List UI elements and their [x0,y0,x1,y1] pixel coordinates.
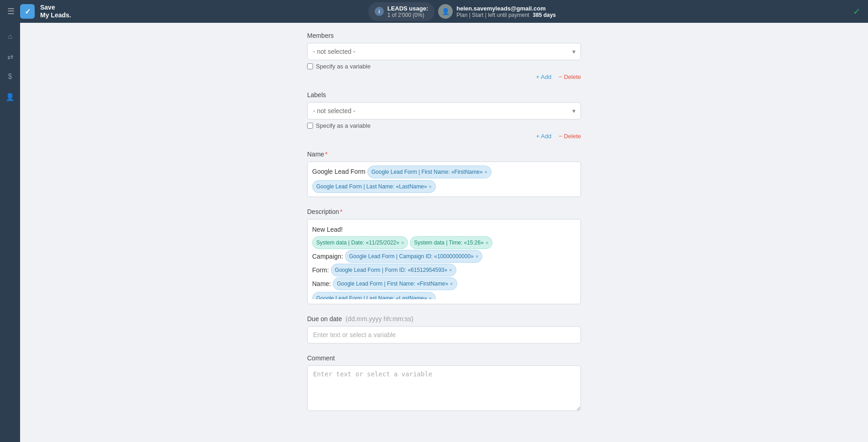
due-on-date-input[interactable] [307,326,581,343]
members-specify-row: Specify as a variable [307,63,581,70]
description-scroll-area: New Lead! System data | Date: «11/25/202… [312,224,576,299]
desc-line-form: Form: Google Lead Form | Form ID: «61512… [312,264,576,276]
members-add-button[interactable]: + Add [536,73,552,80]
due-on-date-hint: (dd.mm.yyyy hh:mm:ss) [345,315,413,322]
desc-tag-campaign-remove[interactable]: × [476,251,478,261]
members-dropdown[interactable]: - not selected - [307,43,581,60]
name-label: Name* [307,151,581,158]
desc-tag-date-remove[interactable]: × [401,238,404,248]
labels-delete-button[interactable]: − Delete [559,133,581,140]
desc-tag-name-last: Google Lead Form | Last Name: «LastName»… [312,292,436,299]
labels-label: Labels [307,91,581,99]
desc-line-datetime: System data | Date: «11/25/2022» × Syste… [312,236,576,249]
description-box[interactable]: New Lead! System data | Date: «11/25/202… [307,219,581,304]
name-tag-firstname: Google Lead Form | First Name: «FirstNam… [367,166,492,178]
name-tag-input[interactable]: Google Lead Form Google Lead Form | Firs… [307,161,581,197]
members-action-row: + Add − Delete [307,73,581,80]
desc-name-prefix: Name: [312,278,331,290]
description-label: Description* [307,208,581,215]
top-check-icon: ✓ [853,6,861,17]
labels-action-row: + Add − Delete [307,133,581,140]
leads-usage-badge: i LEADS usage: 1 of 2'000 (0%) [368,2,435,21]
desc-tag-time: System data | Time: «15:26» × [410,236,492,249]
sidebar-item-billing[interactable]: $ [2,68,18,85]
due-on-date-label: Due on date (dd.mm.yyyy hh:mm:ss) [307,315,581,322]
user-avatar: 👤 [438,4,453,19]
members-delete-button[interactable]: − Delete [559,73,581,80]
user-info: helen.savemyleads@gmail.com Plan | Start… [456,5,556,18]
labels-dropdown-wrapper: - not selected - ▾ [307,102,581,120]
main-content: Members - not selected - ▾ Specify as a … [20,23,868,442]
sidebar-item-connections[interactable]: ⇄ [2,48,18,65]
description-required-star: * [340,208,342,215]
desc-tag-time-remove[interactable]: × [486,238,488,248]
user-plan-text: Plan | Start | left until payment 385 da… [456,12,556,18]
name-plain-text: Google Lead Form [312,166,366,177]
desc-campaign-prefix: Campaign: [312,251,343,262]
top-navigation: ☰ ✓ Save My Leads. i LEADS usage: 1 of 2… [0,0,868,23]
form-content: Members - not selected - ▾ Specify as a … [307,32,581,412]
name-required-star: * [325,151,327,158]
logo-text: Save My Leads. [40,4,71,19]
desc-tag-campaign-id: Google Lead Form | Campaign ID: «1000000… [345,250,483,263]
desc-form-prefix: Form: [312,265,329,276]
logo-icon: ✓ [20,4,35,19]
sidebar-item-profile[interactable]: 👤 [2,88,18,105]
sidebar: ⌂ ⇄ $ 👤 [0,23,20,442]
desc-tag-form-id: Google Lead Form | Form ID: «61512954593… [331,264,456,276]
desc-line-name: Name: Google Lead Form | First Name: «Fi… [312,277,576,299]
labels-section: Labels - not selected - ▾ Specify as a v… [307,91,581,140]
hamburger-menu[interactable]: ☰ [7,6,15,16]
members-specify-checkbox[interactable] [307,63,313,69]
desc-tag-name-first-remove[interactable]: × [450,279,453,289]
desc-line-campaign: Campaign: Google Lead Form | Campaign ID… [312,250,576,263]
labels-specify-label: Specify as a variable [316,122,371,129]
labels-add-button[interactable]: + Add [536,133,552,140]
members-specify-label: Specify as a variable [316,63,371,70]
logo-checkmark: ✓ [25,7,31,16]
desc-line-static: New Lead! [312,224,576,235]
members-dropdown-wrapper: - not selected - ▾ [307,43,581,60]
members-label: Members [307,32,581,39]
desc-tag-name-last-remove[interactable]: × [429,293,432,299]
desc-tag-form-remove[interactable]: × [449,265,452,275]
labels-dropdown[interactable]: - not selected - [307,102,581,120]
labels-specify-row: Specify as a variable [307,122,581,129]
description-section: Description* New Lead! System data | Dat… [307,208,581,304]
members-section: Members - not selected - ▾ Specify as a … [307,32,581,80]
name-tag-firstname-remove[interactable]: × [485,167,487,177]
desc-tag-date: System data | Date: «11/25/2022» × [312,236,408,249]
labels-specify-checkbox[interactable] [307,123,313,129]
comment-textarea[interactable] [307,365,581,411]
sidebar-item-home[interactable]: ⌂ [2,28,18,45]
user-badge: 👤 helen.savemyleads@gmail.com Plan | Sta… [438,4,556,19]
due-on-date-section: Due on date (dd.mm.yyyy hh:mm:ss) [307,315,581,343]
desc-tag-name-first: Google Lead Form | First Name: «FirstNam… [333,277,457,290]
desc-new-lead: New Lead! [312,224,343,235]
name-section: Name* Google Lead Form Google Lead Form … [307,151,581,197]
comment-section: Comment [307,354,581,412]
comment-label: Comment [307,354,581,362]
name-tag-lastname: Google Lead Form | Last Name: «LastName»… [312,180,436,193]
leads-usage-text: LEADS usage: 1 of 2'000 (0%) [387,5,429,18]
name-tag-lastname-remove[interactable]: × [429,182,432,192]
info-icon: i [375,7,384,16]
